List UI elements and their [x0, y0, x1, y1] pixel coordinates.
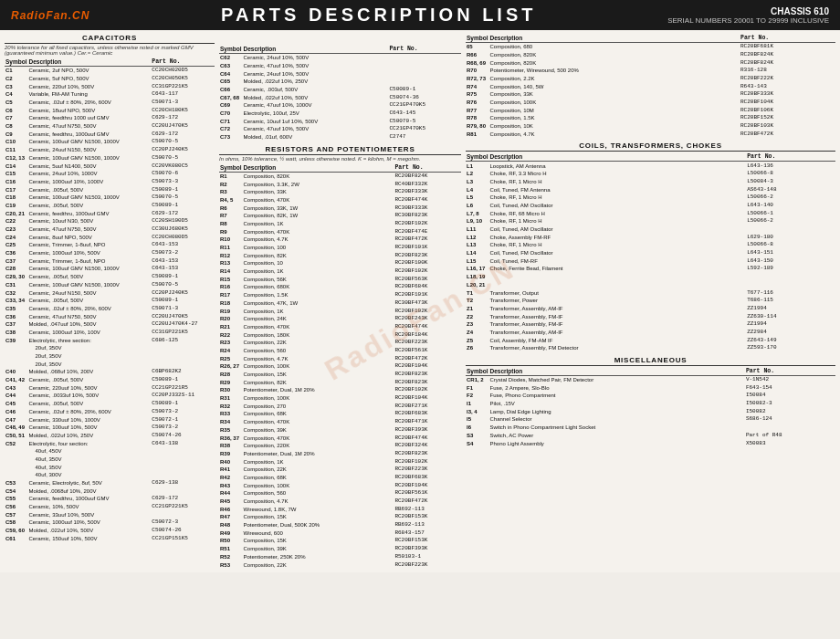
cell-symbol: R22 [219, 330, 242, 339]
table-row: R9 Composition, 470K RC20BF474E [219, 227, 461, 236]
cell-part: RC20BF100K [394, 259, 461, 267]
cell-part: ZZ2984 [746, 329, 835, 337]
table-row: C56 Ceramic, 10%, 500V CC21GP221K5 [5, 503, 215, 511]
cell-symbol: C9 [5, 131, 27, 139]
cell-part [151, 471, 215, 479]
table-row: R51 Composition, 39K RC20BF393K [219, 545, 461, 553]
table-row: R10 Composition, 4.7K RC20BF472K [219, 236, 461, 244]
cell-part: I50084 [745, 392, 835, 400]
cell-part: C50070-5 [151, 194, 215, 202]
cell-part: C6BP682K2 [151, 368, 215, 376]
cell-desc: Composition, 680 [488, 43, 740, 51]
cell-part: CC30UJ680K5 [151, 225, 215, 234]
cell-part: C50089-1 [151, 273, 215, 281]
cell-desc: Composition, 15K [242, 513, 394, 521]
cell-symbol: R32 [219, 403, 242, 411]
cell-symbol [5, 463, 27, 471]
cell-part: R643-143 [740, 82, 835, 90]
cell-part: RC20BF223K [394, 560, 461, 569]
cell-desc: Ceramic, 33uuf 10%, 500V [27, 511, 151, 519]
cell-part: RC20BF474K [394, 323, 461, 331]
cell-part [388, 54, 461, 62]
table-row: C9 Ceramic, feedthru, 1000uuf GMV C629-1… [5, 131, 215, 139]
table-row: C61 Ceramic, 150uuf 10%, 500V CC21GP151K… [5, 535, 215, 543]
table-row: R33 Composition, 68K RC20BF683K [219, 410, 461, 418]
cell-part: C50071-3 [151, 305, 215, 313]
cell-part [746, 281, 835, 289]
cell-part: I50082-3 [745, 400, 835, 408]
cell-desc: Molded, .022uf 10%, 500V [242, 93, 388, 101]
cell-part: CC21GP470K5 [388, 125, 461, 133]
cell-symbol: R50 [219, 537, 242, 545]
cell-part: CC21GP221K5 [151, 503, 215, 511]
cell-desc: Transformer, Assembly, FM-IF [488, 312, 746, 320]
table-row: C46 Ceramic, .02uf ± 80%, 20%, 600V C500… [5, 408, 215, 416]
cell-part: RC30BF823K [394, 212, 461, 220]
cell-part: Part of R48 [745, 432, 835, 440]
cell-symbol: R17 [219, 291, 242, 299]
cell-desc: Composition, 100K [242, 394, 394, 403]
cell-part: RC20BF472K [740, 131, 835, 139]
cell-part: CC31GP221K5 [151, 329, 215, 337]
cell-part: RC20BF184K [394, 330, 461, 339]
table-row: R77 Composition, 10M RC20BF106K [466, 107, 835, 115]
cell-symbol: C12, 13 [5, 154, 27, 162]
table-row: C23 Ceramic, 47uuf N750, 500V CC30UJ680K… [5, 225, 215, 234]
table-row: I3, 4 Lamp, Dial Edge Lighting I50082 [466, 408, 835, 416]
cell-desc: Coil, Assembly, FM-AM IF [488, 336, 746, 344]
cell-symbol: C41, 42 [5, 376, 27, 384]
table-row: C70 Electrolytic, 100uf, 25V C643-145 [219, 110, 461, 118]
table-row: C54 Molded, .0068uf 10%, 200V [5, 487, 215, 495]
cell-desc: Composition, 180K [242, 330, 394, 339]
table-row: C25 Ceramic, Trimmer, 1-8uuf, NPO C643-1… [5, 241, 215, 249]
cell-symbol: C31 [5, 281, 27, 289]
table-row: C48, 49 Ceramic, 100uuf 10%, 500V C50073… [5, 424, 215, 432]
cell-desc: Composition, 4.7K [242, 354, 394, 362]
cell-symbol: T1 [466, 288, 488, 297]
table-row: C62 Ceramic, 24uuf 10%, 500V [219, 54, 461, 62]
cell-desc: Potentiometer, 250K 20% [242, 553, 394, 561]
table-row: L13 Choke, RF, 1 Micro H L50066-8 [466, 241, 835, 249]
table-row: L14 Coil, Tuned, FM Oscillator L643-151 [466, 249, 835, 257]
cell-desc: Composition, 82K [242, 251, 394, 259]
res2-col-part: Part No. [740, 34, 835, 43]
coil-col-sym: Symbol [466, 152, 488, 162]
cell-part: C643-153 [151, 257, 215, 266]
cell-desc: Composition, 1.5K [242, 291, 394, 299]
cell-symbol: Z2 [466, 312, 488, 320]
cell-symbol: C70 [219, 110, 242, 118]
table-row: C36 Ceramic, 1000uuf 10%, 500V C50073-2 [5, 249, 215, 257]
cell-desc: Composition, 820K [488, 51, 740, 59]
table-row: C28 Ceramic, 100uuf GMV N1500, 1000V C64… [5, 265, 215, 273]
cell-symbol: C73 [219, 133, 242, 141]
cell-symbol: R9 [219, 227, 242, 236]
table-row: R72, 73 Composition, 2.2K RC20BF222K [466, 75, 835, 83]
cell-part: S686-124 [745, 415, 835, 424]
cell-desc: Choke, Ferrite Bead, Filament [488, 265, 746, 273]
cell-desc: Ceramic, 47uuf N750, 500V [27, 225, 151, 234]
cell-part: RC20BF824K [740, 51, 835, 59]
cell-part [151, 360, 215, 368]
cell-desc: Ceramic, 47uuf 10%, 500V [242, 125, 388, 133]
cell-symbol: R72, 73 [466, 75, 488, 83]
col-desc-2: Description [242, 45, 388, 54]
table-row: L9, 10 Choke, RF, 1 Micro H L50066-2 [466, 217, 835, 225]
main-content: CAPACITORS 20% tolerance for all fixed c… [0, 30, 840, 572]
table-row: S3 Switch, AC Power Part of R48 [466, 432, 835, 440]
cell-desc: Switch, AC Power [488, 432, 744, 440]
cell-symbol: R10 [219, 236, 242, 244]
table-row: 40uf, 300V [5, 471, 215, 479]
cell-desc: Loopstick, AM Antenna [488, 162, 746, 170]
cell-part: C50074-26 [151, 527, 215, 535]
cell-desc: Composition, 22K [242, 339, 394, 347]
cell-symbol: I6 [466, 424, 488, 432]
cell-desc: Choke, RF, 1 Micro H [488, 194, 746, 202]
cell-symbol: R20 [219, 315, 242, 323]
table-row: C67, 68 Molded, .022uf 10%, 500V C50074-… [219, 93, 461, 101]
table-row: C31 Ceramic, 100uuf GMV N1500, 1000V C50… [5, 281, 215, 289]
cell-desc: Molded, .047uuf 10%, 500V [27, 320, 151, 329]
cell-desc: Ceramic, 47uuf 10%, 500V [242, 62, 388, 70]
cell-part: RC20BF683K [394, 410, 461, 418]
table-row: L12 Choke, Assembly FM-RF L629-180 [466, 233, 835, 241]
cell-part: V-1N542 [745, 375, 835, 383]
